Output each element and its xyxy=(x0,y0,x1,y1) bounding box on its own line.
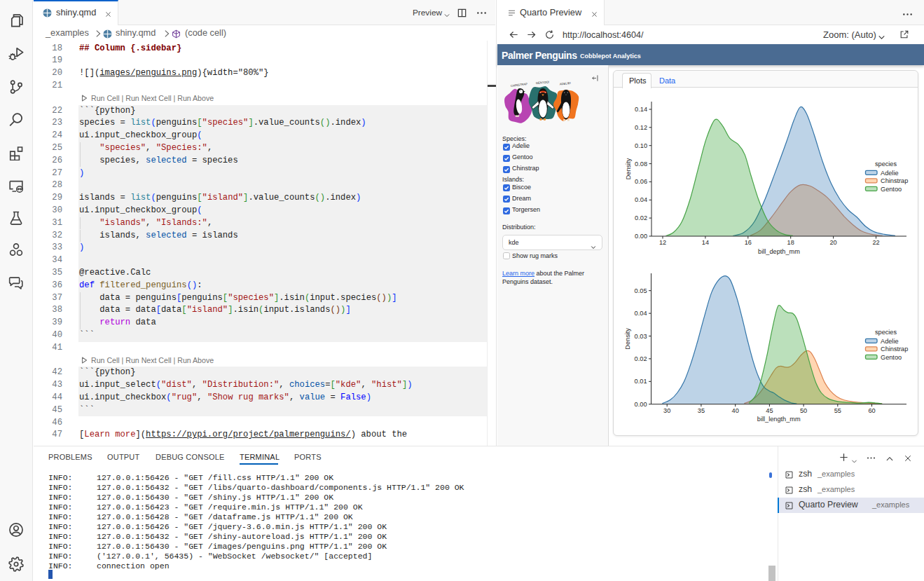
svg-text:0.03: 0.03 xyxy=(635,333,647,340)
svg-text:Density: Density xyxy=(625,328,632,350)
svg-text:0.02: 0.02 xyxy=(635,355,647,362)
svg-text:16: 16 xyxy=(745,239,752,246)
svg-text:0.06: 0.06 xyxy=(635,178,647,185)
svg-text:20: 20 xyxy=(829,239,836,246)
svg-text:40: 40 xyxy=(732,407,739,414)
svg-text:Density: Density xyxy=(625,158,632,179)
svg-text:18: 18 xyxy=(787,239,794,246)
svg-text:CHINSTRAP: CHINSTRAP xyxy=(511,82,528,88)
svg-text:12: 12 xyxy=(659,239,666,246)
svg-text:0.05: 0.05 xyxy=(635,287,647,294)
svg-text:species: species xyxy=(875,329,897,336)
svg-text:30: 30 xyxy=(663,407,670,414)
svg-text:35: 35 xyxy=(698,407,705,414)
svg-text:0.10: 0.10 xyxy=(635,142,647,149)
svg-text:0.02: 0.02 xyxy=(635,214,647,221)
svg-text:0.04: 0.04 xyxy=(635,196,647,203)
svg-text:0.14: 0.14 xyxy=(635,106,647,113)
svg-text:0.12: 0.12 xyxy=(635,124,647,131)
svg-text:ADELIE!: ADELIE! xyxy=(560,81,571,86)
svg-text:60: 60 xyxy=(868,407,875,414)
svg-text:bill_length_mm: bill_length_mm xyxy=(757,416,801,423)
svg-text:bill_depth_mm: bill_depth_mm xyxy=(758,248,800,255)
svg-text:0.08: 0.08 xyxy=(635,160,647,168)
svg-text:Adelie: Adelie xyxy=(881,338,899,345)
svg-text:Chinstrap: Chinstrap xyxy=(881,346,908,353)
svg-text:Adelie: Adelie xyxy=(881,170,899,177)
svg-text:Chinstrap: Chinstrap xyxy=(881,177,908,184)
svg-text:0.04: 0.04 xyxy=(635,310,647,317)
svg-text:0.00: 0.00 xyxy=(635,401,647,408)
svg-text:55: 55 xyxy=(834,407,841,414)
svg-text:50: 50 xyxy=(800,407,807,414)
svg-text:Gentoo: Gentoo xyxy=(881,354,902,361)
svg-text:0.00: 0.00 xyxy=(635,233,647,240)
svg-text:22: 22 xyxy=(872,239,879,246)
svg-text:species: species xyxy=(875,160,897,168)
svg-text:45: 45 xyxy=(766,407,773,414)
svg-text:GENTOO!: GENTOO! xyxy=(536,80,550,85)
svg-text:14: 14 xyxy=(702,239,709,246)
svg-text:Gentoo: Gentoo xyxy=(881,186,902,193)
svg-text:0.01: 0.01 xyxy=(635,378,647,385)
